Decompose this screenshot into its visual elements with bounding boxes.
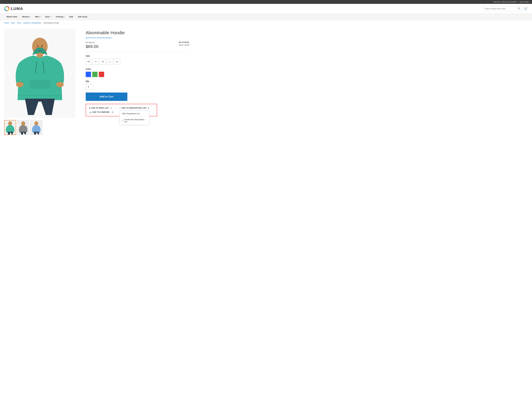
- price-value: $69.00: [86, 44, 99, 49]
- search-button[interactable]: [516, 6, 522, 11]
- stock-info: IN STOCK SKU#: MH09: [179, 41, 189, 46]
- top-bar: Welcome, Veronica Costello! ▾ Quick Orde…: [0, 0, 532, 4]
- nav-item-women[interactable]: Women ▾: [20, 14, 33, 20]
- search-box: [483, 6, 522, 11]
- nav-item-training[interactable]: Training ▾: [53, 14, 67, 20]
- color-green[interactable]: [92, 72, 98, 77]
- add-to-compare-link[interactable]: ADD TO COMPARE: [92, 111, 110, 113]
- review-link[interactable]: Be the first to review this product: [86, 37, 112, 39]
- nav-item-men[interactable]: Men ▾: [33, 14, 43, 20]
- add-to-cart-button[interactable]: Add to Cart: [86, 93, 127, 101]
- breadcrumb: Home › Men › Tops › Hoodies & Sweatshirt…: [0, 20, 532, 26]
- actions-row1: ♥ ADD TO WISH LIST | ▾ | ≡ ADD TO REQUIS…: [89, 107, 154, 109]
- breadcrumb-hoodies[interactable]: Hoodies & Sweatshirts: [23, 22, 41, 24]
- svg-line-2: [519, 9, 520, 9]
- thumbnail-1[interactable]: [4, 120, 16, 135]
- sku: SKU#: MH09: [179, 44, 189, 46]
- product-title: Abominable Hoodie: [86, 30, 189, 35]
- qty-label: Qty: [86, 80, 189, 82]
- requisition-item-abc[interactable]: ABC Requisition List: [120, 111, 149, 117]
- nav-item-whats-new[interactable]: What's New: [4, 14, 20, 20]
- size-option-group: Size XS S M L XL: [86, 55, 189, 65]
- main-nav: What's New Women ▾ Men ▾ Gear ▾ Training…: [0, 14, 532, 20]
- svg-point-17: [34, 121, 38, 126]
- cart-icon[interactable]: 🛒: [524, 7, 528, 11]
- wishlist-section: ♥ ADD TO WISH LIST | ▾: [89, 107, 112, 109]
- size-xs[interactable]: XS: [86, 59, 92, 65]
- size-options: XS S M L XL: [86, 59, 189, 65]
- quick-order-link[interactable]: Quick Order: [519, 1, 529, 3]
- price-block: As low as $69.00 IN STOCK SKU#: MH09: [86, 41, 189, 51]
- welcome-text: Welcome, Veronica Costello! ▾: [494, 1, 518, 3]
- product-info: Abominable Hoodie Be the first to review…: [86, 29, 189, 135]
- color-options: [86, 72, 189, 77]
- requisition-list-icon: ≡: [119, 107, 121, 109]
- price-section: As low as $69.00: [86, 41, 99, 49]
- product-image-svg: [4, 29, 76, 118]
- size-s[interactable]: S: [93, 59, 99, 65]
- breadcrumb-current: Abominable Hoodie: [43, 22, 59, 24]
- price-label: As low as: [86, 41, 99, 44]
- size-l[interactable]: L: [107, 59, 113, 65]
- breadcrumb-men[interactable]: Men: [11, 22, 15, 24]
- logo-text: LUMA: [11, 6, 23, 11]
- color-label: Color: [86, 68, 189, 70]
- logo[interactable]: LUMA: [4, 6, 23, 11]
- requisition-item-create[interactable]: + Create New Requisition List: [120, 117, 149, 125]
- breadcrumb-home[interactable]: Home: [4, 22, 9, 24]
- thumbnail-list: [4, 120, 79, 135]
- wishlist-chevron[interactable]: ▾: [111, 107, 112, 109]
- color-blue[interactable]: [86, 72, 91, 77]
- logo-icon: [4, 6, 9, 11]
- requisition-chevron: ▲: [147, 107, 149, 109]
- header: LUMA 🛒: [0, 4, 532, 14]
- requisition-section: ≡ ADD TO REQUISITION LIST ▲ ABC Requisit…: [119, 107, 149, 109]
- men-chevron: ▾: [40, 16, 40, 18]
- svg-point-15: [21, 121, 25, 126]
- main-product-image: ‹: [4, 29, 76, 118]
- svg-point-11: [41, 45, 43, 47]
- gallery-prev-arrow[interactable]: ‹: [5, 71, 10, 76]
- search-input[interactable]: [483, 7, 516, 11]
- add-to-wishlist-link[interactable]: ADD TO WISH LIST: [91, 107, 109, 109]
- add-to-requisition-button[interactable]: ≡ ADD TO REQUISITION LIST ▲: [119, 107, 149, 109]
- qty-input[interactable]: [86, 84, 93, 90]
- email-icon[interactable]: ✉: [112, 111, 114, 113]
- requisition-dropdown: ABC Requisition List + Create New Requis…: [119, 110, 149, 125]
- qty-block: Qty: [86, 80, 189, 90]
- svg-point-9: [56, 82, 64, 87]
- size-label: Size: [86, 55, 189, 57]
- actions-box: ♥ ADD TO WISH LIST | ▾ | ≡ ADD TO REQUIS…: [86, 104, 157, 116]
- thumbnail-3[interactable]: [30, 120, 42, 135]
- svg-point-8: [16, 82, 23, 87]
- size-m[interactable]: M: [100, 59, 106, 65]
- product-gallery: ‹: [4, 29, 79, 135]
- color-red[interactable]: [99, 72, 104, 77]
- breadcrumb-tops[interactable]: Tops: [17, 22, 21, 24]
- gear-chevron: ▾: [50, 16, 51, 18]
- in-stock-badge: IN STOCK: [179, 41, 189, 44]
- size-xl[interactable]: XL: [114, 59, 120, 65]
- search-icon: [518, 7, 520, 9]
- svg-point-1: [518, 7, 520, 9]
- header-right: 🛒: [483, 6, 528, 11]
- gallery-next-arrow[interactable]: ›: [70, 71, 75, 76]
- women-chevron: ▾: [30, 16, 30, 18]
- color-option-group: Color: [86, 68, 189, 77]
- nav-item-gift-cards[interactable]: Gift Cards: [76, 14, 90, 20]
- nav-item-sale[interactable]: Sale: [67, 14, 76, 20]
- training-chevron: ▾: [64, 16, 65, 18]
- svg-point-10: [37, 45, 39, 47]
- nav-item-gear[interactable]: Gear ▾: [43, 14, 53, 20]
- svg-point-13: [8, 121, 12, 126]
- product-page: ‹: [0, 26, 194, 141]
- thumbnail-2[interactable]: [17, 120, 29, 135]
